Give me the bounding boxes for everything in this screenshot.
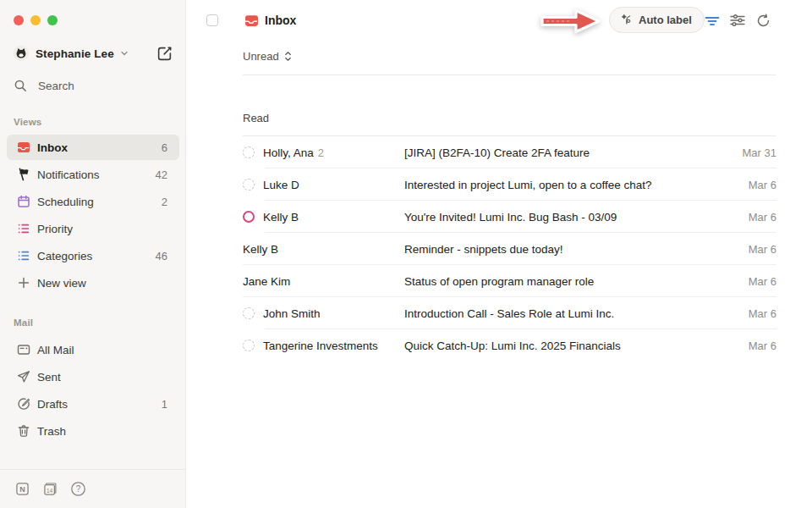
email-date: Mar 6 [749, 243, 812, 256]
svg-text:?: ? [75, 484, 80, 494]
email-row[interactable]: Kelly BReminder - snippets due today!Mar… [186, 233, 812, 265]
sidebar-item-label: Inbox [37, 141, 68, 154]
email-subject: Reminder - snippets due today! [404, 243, 749, 256]
window-controls [14, 15, 58, 25]
sidebar-item-categories[interactable]: Categories46 [7, 243, 179, 268]
email-sender: Kelly B [243, 243, 278, 256]
email-sender: Kelly B [263, 211, 299, 224]
email-date: Mar 6 [749, 275, 812, 288]
email-list: Holly, Ana2[JIRA] (B2FA-10) Create 2FA f… [186, 136, 812, 362]
sidebar-item-sent[interactable]: Sent [7, 364, 179, 389]
email-row[interactable]: Jane KimStatus of open program manager r… [186, 265, 812, 297]
close-button[interactable] [14, 15, 24, 25]
drafts-icon [17, 397, 30, 411]
auto-label-sparkle-icon [619, 13, 634, 27]
mail-nav: All MailSentDrafts1Trash [7, 337, 179, 445]
screener-circle-icon [243, 340, 255, 351]
email-date: Mar 6 [749, 307, 812, 320]
categories-icon [17, 249, 30, 262]
topbar: Inbox Auto label [186, 0, 812, 41]
email-sender: Jane Kim [243, 275, 290, 288]
email-sender: Luke D [263, 179, 299, 191]
view-title: Inbox [244, 0, 296, 41]
item-count: 46 [156, 250, 167, 262]
trash-icon [17, 424, 30, 438]
avatar [14, 46, 29, 61]
email-row[interactable]: John SmithIntroduction Call - Sales Role… [186, 297, 812, 329]
read-section-label: Read [243, 112, 269, 124]
item-count: 2 [162, 196, 167, 208]
screener-circle-icon [243, 179, 255, 190]
priority-icon [17, 222, 30, 235]
sidebar-item-new-view[interactable]: New view [7, 270, 179, 295]
all-mail-icon [17, 343, 30, 356]
email-subject: [JIRA] (B2FA-10) Create 2FA feature [404, 146, 743, 159]
compose-button[interactable] [153, 42, 175, 64]
sidebar-item-label: Trash [37, 425, 66, 438]
email-subject: Quick Catch-Up: Lumi Inc. 2025 Financial… [404, 340, 749, 352]
email-row[interactable]: Holly, Ana2[JIRA] (B2FA-10) Create 2FA f… [186, 136, 812, 168]
section-label-views: Views [14, 117, 41, 127]
svg-text:14: 14 [47, 488, 53, 494]
email-from: Kelly B [243, 243, 404, 256]
email-subject: Status of open program manager role [404, 275, 749, 288]
email-sender: Tangerine Investments [263, 340, 378, 352]
item-count: 42 [156, 168, 167, 181]
calendar-app-icon[interactable]: 14 [41, 481, 58, 498]
email-subject: Introduction Call - Sales Role at Lumi I… [404, 307, 749, 320]
sidebar-item-label: New view [37, 277, 86, 290]
email-sender: Holly, Ana [263, 146, 314, 159]
auto-label-text: Auto label [639, 14, 692, 26]
sidebar: Stephanie Lee Search Views Inbox6Notific… [0, 0, 186, 508]
mail-list-panel: Inbox Auto label Unre [186, 0, 812, 508]
plus-icon [17, 276, 30, 290]
email-date: Mar 6 [749, 179, 812, 191]
divider [243, 75, 776, 75]
inbox-icon [244, 14, 259, 28]
minimize-button[interactable] [30, 15, 41, 25]
refresh-button[interactable] [751, 8, 775, 32]
sidebar-item-notifications[interactable]: Notifications42 [7, 162, 179, 187]
screener-circle-icon [243, 146, 255, 158]
display-settings-icon[interactable] [726, 8, 749, 32]
email-subject: You're Invited! Lumi Inc. Bug Bash - 03/… [404, 211, 749, 224]
sort-updown-icon [283, 50, 293, 63]
page-title: Inbox [265, 14, 296, 27]
sidebar-item-label: Scheduling [37, 196, 94, 208]
search-label: Search [38, 80, 74, 92]
help-button[interactable]: ? [69, 481, 86, 498]
email-date: Mar 31 [743, 146, 812, 159]
auto-label-button[interactable]: Auto label [609, 7, 705, 33]
screener-circle-icon [243, 307, 255, 319]
item-count: 1 [162, 398, 167, 411]
sort-control[interactable]: Unread [243, 46, 293, 66]
sidebar-item-scheduling[interactable]: Scheduling2 [7, 189, 179, 214]
account-switcher[interactable]: Stephanie Lee [14, 42, 175, 64]
account-name: Stephanie Lee [36, 47, 114, 60]
sidebar-item-inbox[interactable]: Inbox6 [7, 135, 179, 160]
zoom-button[interactable] [47, 15, 58, 25]
email-row[interactable]: Kelly BYou're Invited! Lumi Inc. Bug Bas… [186, 201, 812, 233]
sidebar-item-label: Categories [37, 250, 92, 262]
email-from: Jane Kim [243, 275, 404, 288]
chevron-down-icon [120, 49, 129, 58]
email-from: Kelly B [243, 211, 404, 224]
sidebar-item-label: All Mail [37, 344, 74, 356]
sort-label: Unread [243, 50, 279, 63]
notifications-icon [17, 168, 30, 181]
email-row[interactable]: Luke DInterested in project Lumi, open t… [186, 168, 812, 201]
email-from: Holly, Ana2 [243, 146, 404, 159]
email-date: Mar 6 [749, 211, 812, 224]
sidebar-item-priority[interactable]: Priority [7, 216, 179, 241]
sidebar-item-label: Notifications [37, 168, 100, 181]
views-nav: Inbox6Notifications42Scheduling2Priority… [7, 135, 179, 297]
sidebar-item-drafts[interactable]: Drafts1 [7, 391, 179, 417]
sidebar-item-all-mail[interactable]: All Mail [7, 337, 179, 362]
search-button[interactable]: Search [14, 75, 74, 96]
notion-app-icon[interactable]: N [14, 481, 30, 498]
email-row[interactable]: Tangerine InvestmentsQuick Catch-Up: Lum… [186, 329, 812, 362]
sidebar-item-trash[interactable]: Trash [7, 418, 179, 444]
sidebar-item-label: Priority [37, 223, 73, 235]
select-all-checkbox[interactable] [206, 14, 218, 26]
filter-button[interactable] [700, 8, 724, 32]
